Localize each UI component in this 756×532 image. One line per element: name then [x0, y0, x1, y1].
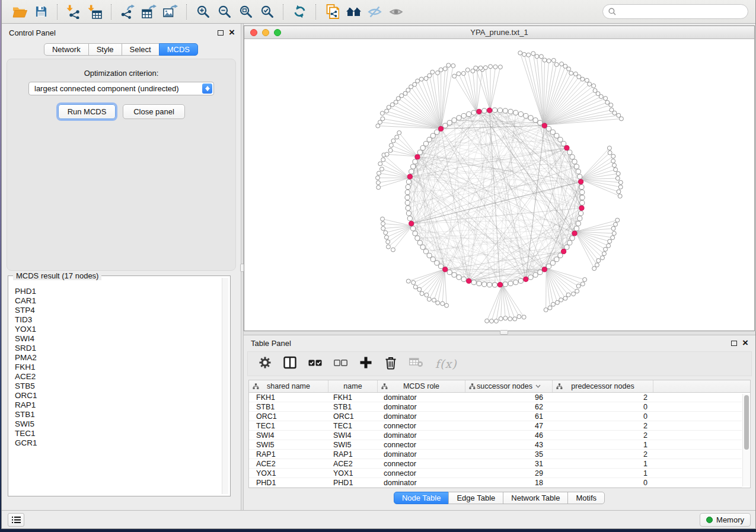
close-panel-button[interactable]: Close panel — [123, 104, 185, 119]
result-list-item[interactable]: YOX1 — [15, 325, 222, 334]
cell-mcds_role: connector — [378, 421, 465, 430]
result-list-item[interactable]: FKH1 — [15, 363, 222, 372]
cell-mcds_role: connector — [378, 469, 465, 477]
save-session-button[interactable] — [30, 3, 52, 21]
result-list-item[interactable]: SRD1 — [15, 344, 222, 353]
table-row[interactable]: ACE2ACE2connector311 — [249, 459, 742, 469]
memory-button[interactable]: Memory — [700, 513, 751, 527]
cell-shared_name: SWI5 — [249, 440, 328, 449]
result-list-item[interactable]: PHD1 — [15, 287, 222, 296]
add-row-button[interactable] — [359, 356, 372, 371]
hide-selected-button[interactable] — [364, 3, 385, 21]
column-header-MCDS-role[interactable]: MCDS role — [378, 380, 465, 392]
close-panel-icon[interactable]: × — [742, 340, 748, 346]
close-window-icon[interactable] — [250, 29, 257, 36]
tab-motifs[interactable]: Motifs — [567, 492, 605, 504]
deselect-all-button[interactable] — [334, 358, 347, 369]
import-table-button[interactable] — [84, 3, 106, 21]
column-header-filler — [653, 380, 750, 392]
result-list-item[interactable]: SWI5 — [15, 419, 222, 429]
export-image-button[interactable] — [160, 3, 181, 21]
table-row[interactable]: RAP1RAP1dominator352 — [249, 450, 742, 459]
result-list-item[interactable]: SWI4 — [15, 334, 222, 344]
tab-style[interactable]: Style — [88, 43, 122, 56]
tab-edge-table[interactable]: Edge Table — [448, 492, 503, 504]
result-list-scrollbar[interactable] — [222, 278, 228, 494]
table-row[interactable]: STB1STB1dominator620 — [249, 402, 742, 412]
table-row[interactable]: TEC1TEC1connector472 — [249, 421, 742, 431]
clear-table-button[interactable] — [409, 358, 423, 370]
open-session-button[interactable] — [9, 3, 30, 21]
show-all-button[interactable] — [385, 3, 407, 21]
result-list-item[interactable]: TID3 — [15, 315, 222, 325]
column-header-shared-name[interactable]: shared name — [249, 380, 328, 392]
function-builder-button[interactable]: f(x) — [435, 357, 457, 370]
export-network-icon — [120, 5, 135, 19]
import-network-button[interactable] — [63, 3, 84, 21]
result-list-item[interactable]: STP4 — [15, 306, 222, 315]
table-row[interactable]: ORC1ORC1dominator610 — [249, 412, 742, 421]
run-mcds-button[interactable]: Run MCDS — [58, 104, 116, 119]
network-titlebar[interactable]: YPA_prune.txt_1 — [244, 26, 754, 39]
float-panel-icon[interactable] — [218, 30, 224, 36]
zoom-selected-button[interactable] — [256, 3, 277, 21]
tab-network[interactable]: Network — [44, 43, 89, 56]
zoom-in-button[interactable] — [192, 3, 213, 21]
result-list-item[interactable]: RAP1 — [15, 400, 222, 410]
first-neighbors-button[interactable] — [343, 3, 364, 21]
export-network-button[interactable] — [117, 3, 138, 21]
table-row[interactable]: SWI4SWI4dominator462 — [249, 431, 742, 440]
table-scrollbar[interactable] — [742, 394, 749, 486]
panel-menu-button[interactable] — [8, 513, 24, 527]
close-panel-icon[interactable]: × — [229, 30, 235, 36]
search-input[interactable] — [620, 7, 748, 16]
optimization-criterion-label: Optimization criterion: — [7, 69, 235, 78]
tab-node-table[interactable]: Node Table — [394, 492, 449, 504]
delete-row-button[interactable] — [384, 356, 397, 372]
column-header-name[interactable]: name — [328, 380, 378, 392]
scrollbar-thumb[interactable] — [744, 395, 749, 450]
zoom-out-button[interactable] — [213, 3, 235, 21]
result-list-item[interactable]: STB1 — [15, 410, 222, 419]
float-panel-icon[interactable] — [731, 341, 737, 346]
right-pane: YPA_prune.txt_1 Table Panel × — [244, 24, 755, 510]
import-network-icon — [66, 5, 81, 19]
trash-icon — [384, 356, 397, 370]
column-header-successor-nodes[interactable]: successor nodes — [465, 380, 553, 392]
result-list-item[interactable]: TEC1 — [15, 429, 222, 438]
maximize-window-icon[interactable] — [274, 29, 281, 36]
table-row[interactable]: YOX1YOX1connector291 — [249, 469, 742, 478]
select-all-button[interactable] — [308, 358, 322, 369]
cell-name: ORC1 — [328, 412, 378, 421]
network-graph[interactable] — [244, 39, 754, 331]
table-panel-title: Table Panel — [251, 339, 291, 348]
mcds-result-list[interactable]: PHD1CAR1STP4TID3YOX1SWI4SRD1PMA2FKH1ACE2… — [10, 278, 222, 494]
tab-select[interactable]: Select — [122, 43, 160, 56]
result-list-item[interactable]: CAR1 — [15, 296, 222, 306]
tab-network-table[interactable]: Network Table — [503, 492, 568, 504]
table-row[interactable]: SWI5SWI5connector431 — [249, 440, 742, 450]
cell-name: TEC1 — [328, 421, 378, 430]
criterion-select[interactable]: largest connected component (undirected) — [28, 82, 214, 95]
minimize-window-icon[interactable] — [262, 29, 269, 36]
duplicate-network-button[interactable] — [321, 3, 343, 21]
cell-successor_nodes: 46 — [465, 431, 553, 440]
splitter-grip[interactable] — [500, 330, 508, 335]
sort-desc-icon — [535, 384, 541, 388]
export-table-button[interactable] — [138, 3, 160, 21]
table-header-row: shared namenameMCDS rolesuccessor nodesp… — [249, 380, 750, 393]
show-columns-button[interactable] — [283, 356, 296, 371]
result-list-item[interactable]: GCR1 — [15, 438, 222, 448]
result-list-item[interactable]: STB5 — [15, 382, 222, 391]
table-row[interactable]: PHD1PHD1dominator180 — [249, 478, 742, 488]
result-list-item[interactable]: ACE2 — [15, 372, 222, 382]
column-header-predecessor-nodes[interactable]: predecessor nodes — [553, 380, 653, 392]
tab-mcds[interactable]: MCDS — [159, 43, 198, 56]
table-row[interactable]: FKH1FKH1dominator962 — [249, 393, 742, 402]
table-settings-button[interactable] — [259, 356, 272, 371]
result-list-item[interactable]: ORC1 — [15, 391, 222, 400]
refresh-button[interactable] — [289, 3, 310, 21]
result-list-item[interactable]: PMA2 — [15, 353, 222, 363]
zoom-fit-button[interactable] — [235, 3, 256, 21]
network-canvas[interactable] — [244, 39, 754, 331]
